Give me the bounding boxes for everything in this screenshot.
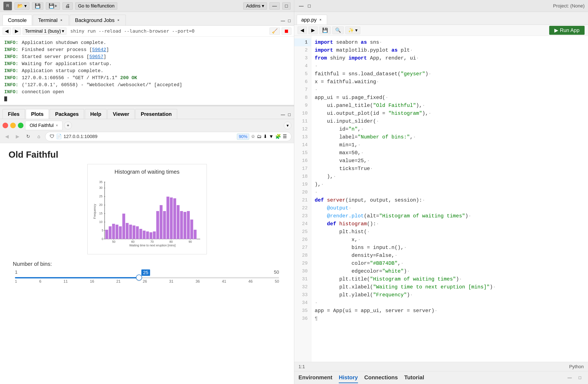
open-file-btn[interactable]: 📂 ▾ [15,2,29,10]
plots-tab[interactable]: Plots [26,109,49,119]
code-line-30[interactable]: edgecolor="white")· [315,267,588,275]
home-btn[interactable]: ⌂ [35,132,43,141]
addins-btn[interactable]: Addins ▾ [243,2,267,10]
fullscreen-window-btn[interactable] [18,123,23,128]
code-line-35[interactable]: app = App(ui = app_ui, server = server)· [315,307,588,315]
window-minimize-btn[interactable]: — [270,2,280,10]
maximize-files-btn[interactable]: □ [287,111,292,118]
code-content[interactable]: import seaborn as sns· import matplotlib… [311,36,588,362]
code-line-21[interactable]: def server(input, output, session):· [315,196,588,204]
minimize-bottom-btn[interactable]: — [566,374,573,382]
extensions-icon[interactable]: 🧩 [275,134,281,139]
back-btn[interactable]: ◀ [2,27,11,35]
code-line-15[interactable]: max=50,· [315,149,588,157]
code-line-10[interactable]: ui.output_plot(id = "histogram"),· [315,110,588,117]
terminal-tab[interactable]: Terminal × [33,15,69,25]
code-line-28[interactable]: density=False,· [315,251,588,259]
vpn-icon[interactable]: ▼ [269,134,273,139]
code-line-23[interactable]: @render.plot(alt="Histogram of waiting t… [315,212,588,220]
code-line-9[interactable]: ui.panel_title("Old Faithful"),· [315,102,588,110]
code-line-32[interactable]: plt.xlabel("Waiting time to next eruptio… [315,283,588,291]
print-btn[interactable]: 🖨 [63,2,73,10]
code-line-6[interactable]: x = faithful.waiting· [315,78,588,86]
toolbar-search-btn[interactable]: 🔍 [332,26,344,34]
toolbar-forward-btn[interactable]: ▶ [309,26,318,34]
editor-tab-close[interactable]: × [318,18,323,22]
toolbar-save-btn[interactable]: 💾 [319,26,331,34]
new-tab-btn[interactable]: + [64,122,72,129]
minimize-files-btn[interactable]: — [280,111,286,118]
slider-track[interactable] [15,277,279,278]
connections-tab[interactable]: Connections [364,372,398,383]
code-line-36[interactable]: ¶ [315,315,588,323]
code-line-31[interactable]: plt.title("Histogram of waiting times")· [315,275,588,283]
code-line-14[interactable]: min=1,· [315,141,588,149]
console-tab[interactable]: Console [2,15,32,25]
cursor-line[interactable]: █ [4,96,290,103]
code-line-25[interactable]: plt.hist(· [315,228,588,236]
reload-btn[interactable]: ↻ [24,132,32,141]
code-line-4[interactable]: · [315,62,588,70]
viewer-tab[interactable]: Viewer [107,109,135,119]
download-icon[interactable]: ⬇ [263,134,267,139]
more-tabs-btn[interactable]: ▾ [284,122,292,129]
terminal-tab-close[interactable]: × [59,18,63,23]
minimize-window-btn[interactable] [10,123,16,128]
code-line-27[interactable]: bins = input.n(),· [315,244,588,251]
help-tab[interactable]: Help [85,109,106,119]
code-line-20[interactable]: · [315,188,588,196]
code-line-11[interactable]: ui.input_slider(· [315,117,588,125]
maximize-bottom-btn[interactable]: □ [576,374,584,382]
tutorial-tab[interactable]: Tutorial [404,372,424,383]
code-line-18[interactable]: ),· [315,173,588,181]
editor-tab-app-py[interactable]: app.py × [297,15,327,24]
code-line-5[interactable]: faithful = sns.load_dataset("geyser")· [315,70,588,78]
run-app-btn[interactable]: ▶ Run App [549,26,585,35]
toolbar-magic-btn[interactable]: ✨ ▾ [345,26,360,34]
code-line-8[interactable]: app_ui = ui.page_fixed(· [315,94,588,102]
clear-console-btn[interactable]: 🧹 [270,27,280,35]
browser-tab[interactable]: Old Faithful × [25,121,63,130]
maximize-editor-btn[interactable]: □ [307,2,312,10]
code-line-22[interactable]: @output· [315,204,588,212]
code-line-12[interactable]: id="n",· [315,125,588,133]
browser-tab-close[interactable]: × [56,123,58,128]
code-line-17[interactable]: ticks=True· [315,165,588,173]
code-line-29[interactable]: color="#BB74DB",· [315,259,588,267]
code-line-33[interactable]: plt.ylabel("Frequency")· [315,291,588,299]
process-link[interactable]: 59642 [92,47,106,52]
code-line-2[interactable]: import matplotlib.pyplot as plt· [315,46,588,54]
toolbar-back-btn[interactable]: ◀ [298,26,307,34]
presentation-tab[interactable]: Presentation [135,109,177,119]
close-window-btn[interactable] [2,123,8,128]
code-line-7[interactable]: · [315,86,588,94]
slider-thumb[interactable] [136,274,142,281]
maximize-console-btn[interactable]: □ [287,18,292,24]
pocket-icon[interactable]: 🗂 [257,134,262,139]
code-line-19[interactable]: ),· [315,181,588,188]
save-btn[interactable]: 💾 [32,2,43,10]
terminal-session-btn[interactable]: Terminal 1 (busy) ▾ [22,27,66,35]
code-line-1[interactable]: import seaborn as sns· [315,38,588,46]
forward-nav-btn[interactable]: ▶ [13,132,22,141]
background-jobs-tab-close[interactable]: × [116,18,121,23]
menu-icon[interactable]: ☰ [283,134,287,139]
bookmark-icon[interactable]: ☆ [251,134,255,139]
stop-btn[interactable]: ⏹ [282,27,292,35]
code-line-16[interactable]: value=25,· [315,157,588,165]
code-line-13[interactable]: label="Number of bins:",· [315,133,588,141]
forward-btn[interactable]: ▶ [13,27,21,35]
back-nav-btn[interactable]: ◀ [2,132,11,141]
process-link-2[interactable]: 59657 [89,54,104,60]
environment-tab[interactable]: Environment [298,372,332,383]
background-jobs-tab[interactable]: Background Jobs × [70,15,126,25]
window-expand-btn[interactable]: □ [282,2,291,10]
files-tab[interactable]: Files [2,109,25,119]
code-line-26[interactable]: x,· [315,236,588,244]
code-line-34[interactable]: · [315,299,588,307]
history-tab[interactable]: History [339,372,358,383]
minimize-editor-btn[interactable]: — [298,2,305,10]
address-bar[interactable]: 🛡 📄 127.0.0.1:10089 90% ☆ 🗂 ⬇ ▼ 🧩 ☰ [45,132,292,141]
goto-file-btn[interactable]: Go to file/function [75,2,117,10]
packages-tab[interactable]: Packages [50,109,84,119]
